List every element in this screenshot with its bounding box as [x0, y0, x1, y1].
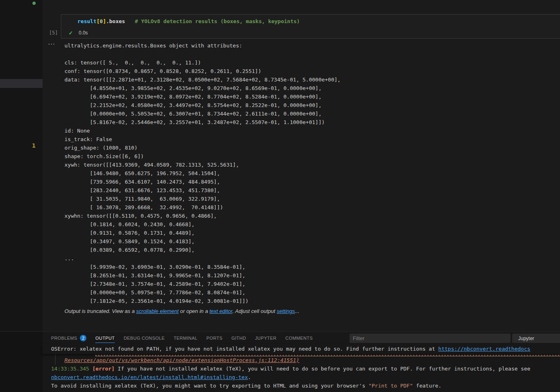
error-message: If you have not installed xelatex (TeX),…	[115, 366, 534, 372]
tab-jupyter-label: JUPYTER	[255, 336, 277, 341]
tab-terminal-label: TERMINAL	[174, 336, 197, 341]
tab-problems-label: PROBLEMS	[51, 336, 77, 341]
cell-status-bar: ✓ 0.0s	[61, 28, 560, 38]
avoid-message-suffix: feature.	[413, 383, 441, 389]
cell-code-line[interactable]: result[0].boxes# YOLOv8 detection result…	[77, 18, 300, 25]
bottom-panel: PROBLEMS 2 OUTPUT DEBUG CONSOLE TERMINAL…	[43, 332, 560, 392]
tab-jupyter[interactable]: JUPYTER	[251, 332, 281, 344]
explorer-sidebar: 1	[0, 0, 43, 392]
tab-terminal[interactable]: TERMINAL	[169, 332, 202, 344]
git-added-dot-icon	[32, 2, 36, 5]
code-token-index: 0	[100, 18, 103, 24]
avoid-message: To avoid installing xelatex (TeX), you m…	[51, 383, 369, 389]
problems-count-badge: 2	[80, 335, 86, 341]
tab-debug-console[interactable]: DEBUG CONSOLE	[119, 332, 169, 344]
truncated-note-text: ...	[295, 308, 299, 314]
tab-comments[interactable]: COMMENTS	[281, 332, 317, 344]
code-token-comment: # YOLOv8 detection results (boxes, masks…	[135, 18, 300, 24]
output-channel-label: Jupyter	[518, 336, 534, 341]
truncated-note-text: Output is truncated. View as a	[64, 308, 136, 314]
code-token-member: .boxes	[106, 18, 125, 24]
sidebar-bottom-zone	[0, 332, 43, 392]
notebook-editor: [5] result[0].boxes# YOLOv8 detection re…	[43, 0, 560, 332]
output-channel-select[interactable]: Jupyter	[512, 334, 560, 343]
installing-tex-link[interactable]: nbconvert.readthedocs.io/en/latest/insta…	[51, 374, 248, 380]
cell-success-check-icon: ✓	[69, 30, 73, 36]
settings-link[interactable]: settings	[277, 308, 295, 314]
output-log: OSError: xelatex not found on PATH, if y…	[43, 344, 560, 392]
panel-tab-bar: PROBLEMS 2 OUTPUT DEBUG CONSOLE TERMINAL…	[43, 332, 317, 344]
print-to-pdf-quote: "Print to PDF"	[369, 383, 413, 389]
truncated-note-text: . Adjust cell output	[232, 308, 277, 314]
install-link-suffix: .	[248, 374, 251, 380]
oserror-log-line: OSError: xelatex not found on PATH, if y…	[43, 344, 560, 354]
tab-output[interactable]: OUTPUT	[91, 332, 119, 344]
tab-githd-label: GITHD	[232, 336, 246, 341]
nbconvert-docs-link[interactable]: https://nbconvert.readthedocs	[438, 346, 530, 352]
tab-output-label: OUTPUT	[95, 336, 115, 341]
output-collapse-button[interactable]: ⋯	[48, 40, 55, 48]
tab-problems[interactable]: PROBLEMS 2	[47, 332, 91, 344]
log-timestamp: 14:33:35.345	[51, 366, 89, 372]
oserror-text: OSError: xelatex not found on PATH, if y…	[51, 346, 438, 352]
code-token-variable: result	[77, 18, 97, 24]
stacktrace-log-line: Resources/app/out/vs/workbench/api/node/…	[43, 356, 560, 364]
tab-githd[interactable]: GITHD	[227, 332, 251, 344]
cell-execution-count: [5]	[49, 30, 58, 36]
tab-comments-label: COMMENTS	[285, 336, 313, 341]
vscode-window: 1 [5] result[0].boxes# YOLOv8 detection …	[0, 0, 560, 392]
text-editor-link[interactable]: text editor	[209, 308, 232, 314]
scrollable-element-link[interactable]: scrollable element	[136, 308, 179, 314]
output-filter-input[interactable]	[350, 334, 511, 343]
cell-duration: 0.0s	[79, 30, 88, 36]
tab-debug-console-label: DEBUG CONSOLE	[124, 336, 165, 341]
tab-ports-label: PORTS	[206, 336, 223, 341]
output-truncated-note: Output is truncated. View as a scrollabl…	[64, 307, 299, 315]
error-severity-tag: [error]	[92, 366, 115, 372]
code-token-bracket-open: [	[97, 18, 100, 24]
clipped-log-line	[95, 353, 560, 356]
tab-ports[interactable]: PORTS	[202, 332, 227, 344]
error-log-line: 14:33:35.345 [error] If you have not ins…	[43, 364, 560, 373]
cell-output-text: ultralytics.engine.results.Boxes object …	[64, 41, 560, 307]
git-change-count-badge: 1	[32, 142, 35, 149]
selected-file-row[interactable]	[0, 79, 43, 88]
avoid-log-line: To avoid installing xelatex (TeX), you m…	[43, 381, 560, 390]
notebook-code-cell[interactable]: result[0].boxes# YOLOv8 detection result…	[61, 14, 560, 39]
extension-host-link[interactable]: Resources/app/out/vs/workbench/api/node/…	[64, 357, 299, 363]
truncated-note-text: or open in a	[179, 308, 210, 314]
install-link-line: nbconvert.readthedocs.io/en/latest/insta…	[43, 373, 560, 381]
